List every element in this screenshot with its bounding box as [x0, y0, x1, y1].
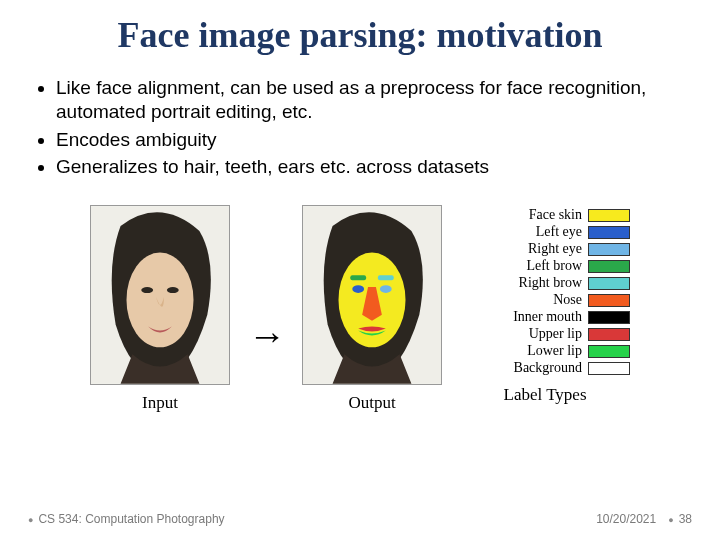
legend-label: Upper lip	[492, 326, 582, 342]
output-image	[302, 205, 442, 385]
bullet-item: Like face alignment, can be used as a pr…	[56, 76, 680, 124]
input-image	[90, 205, 230, 385]
input-caption: Input	[142, 393, 178, 413]
legend-swatch	[588, 294, 630, 307]
figure: Input → Output Face skinLeft eyeRight ey…	[0, 205, 720, 413]
output-column: Output	[302, 205, 442, 413]
legend-row: Left eye	[460, 224, 630, 240]
legend-row: Right brow	[460, 275, 630, 291]
svg-point-1	[126, 253, 193, 348]
legend-row: Right eye	[460, 241, 630, 257]
legend-column: Face skinLeft eyeRight eyeLeft browRight…	[460, 205, 630, 405]
legend-label: Nose	[492, 292, 582, 308]
svg-point-2	[141, 287, 153, 293]
svg-point-9	[380, 285, 392, 293]
legend-row: Lower lip	[460, 343, 630, 359]
legend-label: Background	[492, 360, 582, 376]
legend-row: Left brow	[460, 258, 630, 274]
legend-swatch	[588, 260, 630, 273]
slide-footer: CS 534: Computation Photography 10/20/20…	[0, 512, 720, 526]
legend-swatch	[588, 209, 630, 222]
legend-row: Background	[460, 360, 630, 376]
legend-swatch	[588, 362, 630, 375]
legend-caption: Label Types	[504, 385, 587, 405]
output-caption: Output	[348, 393, 395, 413]
legend-label: Right eye	[492, 241, 582, 257]
footer-date: 10/20/2021	[596, 512, 656, 526]
svg-point-3	[167, 287, 179, 293]
legend-label: Lower lip	[492, 343, 582, 359]
legend-swatch	[588, 243, 630, 256]
svg-point-8	[352, 285, 364, 293]
svg-rect-6	[350, 275, 366, 280]
input-column: Input	[90, 205, 230, 413]
legend-label: Inner mouth	[492, 309, 582, 325]
legend-row: Upper lip	[460, 326, 630, 342]
legend-swatch	[588, 311, 630, 324]
bullet-item: Encodes ambiguity	[56, 128, 680, 152]
legend-swatch	[588, 328, 630, 341]
svg-rect-7	[378, 275, 394, 280]
legend-label: Right brow	[492, 275, 582, 291]
legend-swatch	[588, 226, 630, 239]
legend-row: Inner mouth	[460, 309, 630, 325]
slide-title: Face image parsing: motivation	[0, 0, 720, 62]
footer-course: CS 534: Computation Photography	[28, 512, 225, 526]
legend-label: Face skin	[492, 207, 582, 223]
bullet-item: Generalizes to hair, teeth, ears etc. ac…	[56, 155, 680, 179]
legend-label: Left eye	[492, 224, 582, 240]
legend-row: Face skin	[460, 207, 630, 223]
legend-row: Nose	[460, 292, 630, 308]
legend-swatch	[588, 277, 630, 290]
bullet-list: Like face alignment, can be used as a pr…	[0, 62, 720, 179]
arrow-icon: →	[248, 315, 284, 358]
legend-swatch	[588, 345, 630, 358]
footer-page: 38	[668, 512, 692, 526]
legend-label: Left brow	[492, 258, 582, 274]
legend: Face skinLeft eyeRight eyeLeft browRight…	[460, 205, 630, 377]
